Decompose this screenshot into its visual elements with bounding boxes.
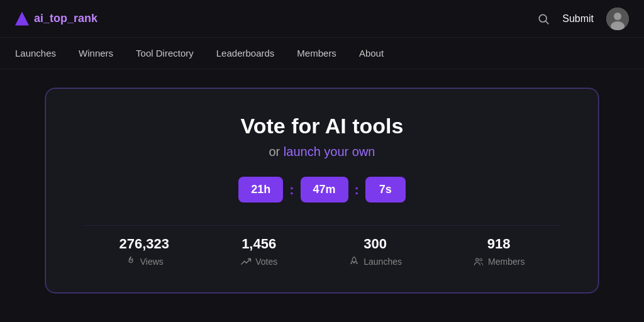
stat-views-label: Views xyxy=(140,257,164,267)
sidebar-item-members[interactable]: Members xyxy=(297,48,336,58)
hero-launch-link[interactable]: launch your own xyxy=(284,145,375,158)
hero-title: Vote for AI tools xyxy=(84,114,560,138)
user-icon xyxy=(606,8,629,30)
stat-members-label-row: Members xyxy=(473,256,525,267)
header-right: Submit xyxy=(537,8,629,30)
svg-point-0 xyxy=(540,14,547,22)
stat-views-label-row: Views xyxy=(125,256,164,267)
sidebar-item-leaderboards[interactable]: Leaderboards xyxy=(216,48,275,58)
stat-views: 276,323 Views xyxy=(119,236,170,267)
stat-votes-number: 1,456 xyxy=(242,236,276,252)
stat-members: 918 Members xyxy=(473,236,525,267)
flame-icon xyxy=(125,256,136,267)
svg-line-1 xyxy=(546,21,549,24)
timer-seconds: 7s xyxy=(365,177,406,203)
stat-launches-number: 300 xyxy=(364,236,387,252)
trending-icon xyxy=(240,256,252,267)
search-icon xyxy=(537,13,550,25)
search-button[interactable] xyxy=(537,13,550,25)
rocket-icon xyxy=(348,256,360,267)
timer-hours: 21h xyxy=(238,177,283,203)
timer-minutes: 47m xyxy=(301,177,348,203)
header: ai_top_rank Submit xyxy=(0,0,644,38)
hero-subtitle-prefix: or xyxy=(269,145,284,158)
stat-votes: 1,456 Votes xyxy=(240,236,277,267)
stats-row: 276,323 Views 1,456 Votes xyxy=(84,225,560,267)
countdown-timer: 21h : 47m : 7s xyxy=(84,177,560,203)
main-nav: Launches Winners Tool Directory Leaderbo… xyxy=(0,38,644,69)
hero-subtitle: or launch your own xyxy=(84,145,560,159)
stat-members-label: Members xyxy=(488,257,525,267)
stat-launches: 300 Launches xyxy=(348,236,402,267)
stat-members-number: 918 xyxy=(487,236,511,252)
lightning-icon xyxy=(15,12,29,26)
logo[interactable]: ai_top_rank xyxy=(15,12,97,26)
svg-point-5 xyxy=(353,262,355,263)
hero-card: Vote for AI tools or launch your own 21h… xyxy=(45,88,599,293)
sidebar-item-about[interactable]: About xyxy=(359,48,384,58)
stat-launches-label: Launches xyxy=(364,257,402,267)
stat-votes-label-row: Votes xyxy=(240,256,277,267)
avatar[interactable] xyxy=(606,8,629,30)
sidebar-item-tool-directory[interactable]: Tool Directory xyxy=(136,48,194,58)
timer-sep-2: : xyxy=(355,182,359,198)
logo-text: ai_top_rank xyxy=(34,12,97,25)
sidebar-item-winners[interactable]: Winners xyxy=(79,48,113,58)
svg-point-3 xyxy=(614,13,621,20)
timer-sep-1: : xyxy=(289,182,294,198)
stat-votes-label: Votes xyxy=(255,257,277,267)
svg-point-7 xyxy=(480,258,482,261)
main-content: Vote for AI tools or launch your own 21h… xyxy=(0,69,644,312)
svg-point-6 xyxy=(476,258,479,262)
submit-button[interactable]: Submit xyxy=(562,13,594,25)
user-avatar-img xyxy=(606,8,629,30)
sidebar-item-launches[interactable]: Launches xyxy=(15,48,56,58)
stat-launches-label-row: Launches xyxy=(348,256,402,267)
members-icon xyxy=(473,256,484,267)
stat-views-number: 276,323 xyxy=(119,236,170,252)
